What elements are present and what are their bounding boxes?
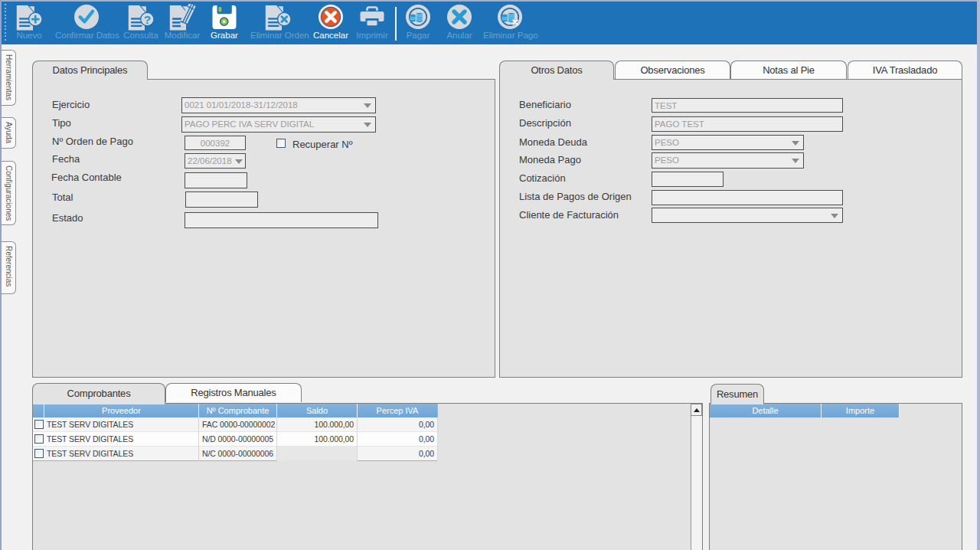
svg-text:?: ? [144, 13, 151, 26]
